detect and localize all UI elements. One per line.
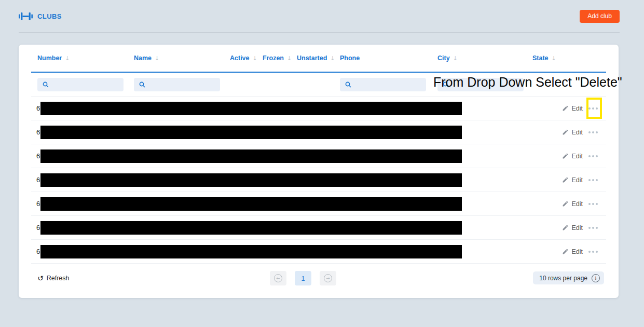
current-page-button[interactable]: 1 bbox=[295, 271, 311, 285]
column-header-number[interactable]: Number ↓ bbox=[37, 55, 70, 62]
refresh-button[interactable]: ↺ Refresh bbox=[37, 275, 70, 282]
pencil-icon bbox=[562, 153, 569, 159]
pagination: ← 1 → bbox=[270, 271, 336, 285]
column-header-state[interactable]: State ↓ bbox=[532, 55, 556, 62]
more-options-button[interactable] bbox=[585, 247, 601, 257]
club-number-prefix: 6 bbox=[36, 104, 40, 112]
ellipsis-icon bbox=[588, 179, 591, 181]
pencil-icon bbox=[562, 176, 569, 183]
edit-button[interactable]: Edit bbox=[562, 129, 583, 136]
number-search-input[interactable] bbox=[52, 81, 115, 88]
club-number-prefix: 6 bbox=[36, 128, 40, 136]
ellipsis-icon bbox=[588, 251, 591, 253]
club-number-prefix: 6 bbox=[36, 176, 40, 184]
edit-button[interactable]: Edit bbox=[562, 176, 583, 184]
page-title: CLUBS bbox=[37, 12, 62, 20]
club-number-prefix: 6 bbox=[36, 200, 40, 208]
ellipsis-icon bbox=[588, 107, 591, 110]
dumbbell-icon bbox=[19, 12, 33, 21]
club-number-prefix: 6 bbox=[36, 224, 40, 231]
sort-down-icon[interactable]: ↓ bbox=[253, 55, 257, 62]
redacted-row-content bbox=[40, 102, 462, 115]
column-header-unstarted[interactable]: Unstarted ↓ bbox=[297, 55, 335, 62]
sort-down-icon[interactable]: ↓ bbox=[65, 55, 70, 62]
table-row: 6 Edit bbox=[31, 120, 606, 144]
sort-down-icon[interactable]: ↓ bbox=[453, 55, 458, 62]
pencil-icon bbox=[562, 200, 569, 207]
edit-button[interactable]: Edit bbox=[562, 153, 583, 160]
sort-down-icon[interactable]: ↓ bbox=[552, 55, 556, 62]
arrow-left-circle-icon: ← bbox=[274, 274, 282, 282]
column-header-phone[interactable]: Phone bbox=[340, 55, 360, 62]
number-search-field[interactable] bbox=[37, 78, 124, 91]
sort-down-icon[interactable]: ↓ bbox=[330, 55, 335, 62]
sort-down-icon[interactable]: ↓ bbox=[287, 55, 292, 62]
column-header-active[interactable]: Active ↓ bbox=[230, 55, 257, 62]
column-header-frozen[interactable]: Frozen ↓ bbox=[263, 55, 292, 62]
brand: CLUBS bbox=[19, 12, 62, 21]
name-search-input[interactable] bbox=[149, 81, 211, 88]
next-page-button[interactable]: → bbox=[320, 271, 336, 285]
rotate-ccw-icon: ↺ bbox=[37, 275, 44, 282]
column-header-name[interactable]: Name ↓ bbox=[134, 55, 159, 62]
redacted-row-content bbox=[40, 197, 462, 211]
table-row: 6 Edit bbox=[31, 168, 606, 192]
magnifier-icon bbox=[139, 81, 145, 88]
previous-page-button[interactable]: ← bbox=[270, 271, 286, 285]
club-number-prefix: 6 bbox=[36, 152, 40, 160]
redacted-row-content bbox=[40, 245, 462, 258]
more-options-button[interactable] bbox=[585, 151, 601, 161]
table-row: 6 Edit bbox=[31, 97, 606, 120]
edit-button[interactable]: Edit bbox=[562, 200, 583, 208]
more-options-button[interactable] bbox=[585, 223, 601, 233]
magnifier-icon bbox=[345, 81, 351, 88]
add-club-button[interactable]: Add club bbox=[580, 10, 620, 23]
edit-button[interactable]: Edit bbox=[562, 248, 583, 255]
name-search-field[interactable] bbox=[134, 78, 220, 91]
redacted-row-content bbox=[40, 173, 462, 187]
ellipsis-icon bbox=[588, 203, 591, 205]
table-row: 6 Edit bbox=[31, 144, 606, 168]
more-options-button[interactable] bbox=[585, 127, 601, 138]
arrow-right-circle-icon: → bbox=[324, 274, 332, 282]
table-row: 6 Edit bbox=[31, 192, 606, 216]
table-header-row: Number ↓ Name ↓ Active ↓ Frozen ↓ Unstar… bbox=[31, 45, 606, 73]
redacted-row-content bbox=[40, 221, 462, 235]
more-options-button[interactable] bbox=[585, 103, 601, 114]
arrow-down-circle-icon: ↓ bbox=[592, 274, 600, 282]
ellipsis-icon bbox=[588, 227, 591, 229]
edit-button[interactable]: Edit bbox=[562, 224, 583, 231]
table-row: 6 Edit bbox=[31, 240, 606, 264]
redacted-row-content bbox=[40, 149, 462, 163]
pencil-icon bbox=[562, 248, 569, 255]
top-bar: CLUBS Add club bbox=[19, 0, 620, 33]
magnifier-icon bbox=[43, 81, 49, 88]
more-options-button[interactable] bbox=[585, 175, 601, 185]
table-row: 6 Edit bbox=[31, 216, 606, 240]
phone-search-input[interactable] bbox=[355, 81, 417, 88]
pencil-icon bbox=[562, 129, 569, 135]
column-header-city[interactable]: City ↓ bbox=[437, 55, 458, 62]
pencil-icon bbox=[562, 105, 569, 112]
more-options-button[interactable] bbox=[585, 199, 601, 209]
phone-search-field[interactable] bbox=[340, 78, 426, 91]
ellipsis-icon bbox=[588, 131, 591, 133]
ellipsis-icon bbox=[588, 155, 591, 157]
instruction-annotation: From Drop Down Select "Delete" bbox=[433, 75, 622, 90]
rows-per-page-dropdown[interactable]: 10 rows per page ↓ bbox=[533, 271, 604, 284]
redacted-row-content bbox=[40, 126, 462, 139]
club-number-prefix: 6 bbox=[36, 248, 40, 255]
sort-down-icon[interactable]: ↓ bbox=[155, 55, 159, 62]
table-footer: ↺ Refresh ← 1 → 10 rows per page ↓ bbox=[31, 264, 606, 297]
edit-button[interactable]: Edit bbox=[562, 105, 583, 112]
pencil-icon bbox=[562, 224, 569, 231]
